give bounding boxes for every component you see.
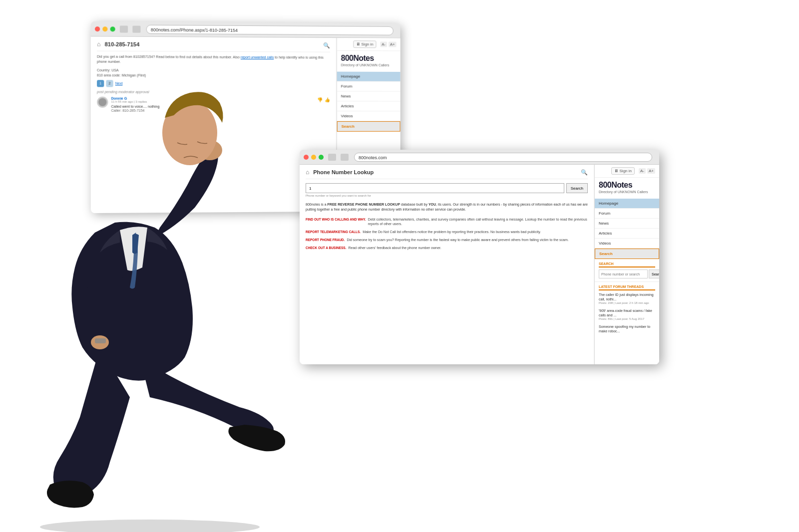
latest-threads: Latest Forum Threads The caller ID just … bbox=[595, 282, 659, 339]
feature-item-2: Report phone fraud. Did someone try to s… bbox=[306, 238, 588, 243]
feature-desc-1: Make the Do Not Call list offenders noti… bbox=[363, 230, 541, 235]
close-btn-1[interactable] bbox=[95, 26, 100, 31]
feature-item-1: Report telemarketing calls. Make the Do … bbox=[306, 230, 588, 235]
sidebar-search-box: Search Search bbox=[595, 259, 659, 282]
nav-news-1[interactable]: News bbox=[337, 91, 400, 101]
font-minus-2[interactable]: A- bbox=[639, 168, 646, 174]
nav-homepage-1[interactable]: Homepage bbox=[337, 72, 400, 82]
site-subtitle-1: Directory of UNKNOWN Callers bbox=[341, 63, 397, 67]
thread-item-1[interactable]: '909' area-code fraud scams / fake calls… bbox=[599, 308, 655, 321]
feature-desc-0: Debt collectors, telemarketers, charitie… bbox=[368, 217, 588, 227]
page-header-2: ⌂ Phone Number Lookup 🔍 bbox=[306, 169, 588, 179]
search-form-2: Search bbox=[306, 183, 588, 193]
nav-forum-1[interactable]: Forum bbox=[337, 81, 400, 91]
home-icon-1[interactable]: ⌂ bbox=[97, 40, 100, 47]
signin-button-1[interactable]: 🖥 Sign in bbox=[353, 40, 377, 48]
nav-homepage-2[interactable]: Homepage bbox=[595, 199, 659, 209]
svg-rect-4 bbox=[95, 338, 106, 343]
nav-menu-2: Homepage Forum News Articles Videos Sear… bbox=[595, 199, 659, 259]
feature-desc-3: Read other users' feedback about the pho… bbox=[349, 246, 441, 251]
search-input-2[interactable] bbox=[306, 183, 564, 193]
address-bar-2[interactable]: 800notes.com bbox=[354, 153, 652, 162]
signin-button-2[interactable]: 🖥 Sign in bbox=[611, 167, 635, 175]
nav-articles-1[interactable]: Articles bbox=[337, 101, 400, 111]
browser-content-2: ⌂ Phone Number Lookup 🔍 Search Phone num… bbox=[300, 165, 659, 364]
font-plus-2[interactable]: A+ bbox=[647, 168, 655, 174]
page-header-1: ⌂ 810-285-7154 🔍 bbox=[97, 40, 330, 52]
nav-videos-1[interactable]: Videos bbox=[337, 111, 400, 121]
feature-desc-2: Did someone try to scam you? Reporting t… bbox=[347, 238, 568, 243]
font-controls-2: A- A+ bbox=[639, 168, 655, 174]
maximize-btn-1[interactable] bbox=[110, 26, 115, 31]
site-title-2[interactable]: 800Notes bbox=[599, 181, 655, 190]
address-bar-1[interactable]: 800notes.com/Phone.aspx/1-810-285-7154 bbox=[146, 24, 394, 35]
search-icon-2[interactable]: 🔍 bbox=[581, 169, 588, 176]
browser-chrome-1: 800notes.com/Phone.aspx/1-810-285-7154 bbox=[91, 21, 400, 38]
back-btn-1[interactable] bbox=[120, 25, 128, 32]
content-left-2: ⌂ Phone Number Lookup 🔍 Search Phone num… bbox=[300, 165, 594, 364]
svg-point-0 bbox=[40, 520, 260, 532]
maximize-btn-2[interactable] bbox=[319, 155, 324, 160]
sidebar-2: 🖥 Sign in A- A+ 800Notes Directory of UN… bbox=[594, 165, 659, 364]
feature-item-0: Find out who is calling and why. Debt co… bbox=[306, 217, 588, 227]
minimize-btn-2[interactable] bbox=[311, 155, 316, 160]
feature-item-3: Check out a business. Read other users' … bbox=[306, 246, 588, 251]
nav-search-2[interactable]: Search bbox=[595, 249, 659, 259]
sidebar-topbar-2: 🖥 Sign in A- A+ bbox=[595, 165, 659, 178]
monitor-icon: 🖥 bbox=[356, 42, 360, 46]
feature-label-2: Report phone fraud. bbox=[306, 238, 345, 243]
monitor-icon-2: 🖥 bbox=[614, 169, 618, 173]
vote-controls-1: 👎 👍 bbox=[317, 97, 330, 102]
site-subtitle-2: Directory of UNKNOWN Callers bbox=[599, 190, 655, 194]
person-illustration bbox=[0, 58, 300, 532]
thumbs-up-icon[interactable]: 👍 bbox=[325, 97, 330, 102]
site-branding-1: 800Notes Directory of UNKNOWN Callers bbox=[337, 51, 400, 70]
sidebar-topbar-1: 🖥 Sign in A- A+ bbox=[337, 38, 400, 51]
latest-threads-label: Latest Forum Threads bbox=[599, 285, 655, 290]
back-btn-2[interactable] bbox=[328, 154, 336, 161]
font-controls-1: A- A+ bbox=[380, 41, 396, 47]
search-button-2[interactable]: Search bbox=[566, 183, 588, 193]
thumbs-down-icon[interactable]: 👎 bbox=[317, 97, 323, 102]
nav-articles-2[interactable]: Articles bbox=[595, 229, 659, 239]
site-desc-2: 800notes is a FREE REVERSE PHONE NUMBER … bbox=[306, 202, 588, 212]
search-icon-1[interactable]: 🔍 bbox=[323, 42, 330, 48]
thread-item-2[interactable]: Someone spoofing my number to make roboc… bbox=[599, 324, 655, 333]
nav-news-2[interactable]: News bbox=[595, 219, 659, 229]
home-icon-2[interactable]: ⌂ bbox=[306, 169, 309, 176]
site-title-1[interactable]: 800Notes bbox=[341, 54, 397, 63]
minimize-btn-1[interactable] bbox=[102, 26, 107, 31]
nav-forum-2[interactable]: Forum bbox=[595, 209, 659, 219]
browser-chrome-2: 800notes.com bbox=[300, 150, 659, 165]
nav-search-1[interactable]: Search bbox=[337, 121, 400, 132]
site-branding-2: 800Notes Directory of UNKNOWN Callers bbox=[595, 178, 659, 197]
sidebar-search-input[interactable] bbox=[599, 269, 648, 278]
close-btn-2[interactable] bbox=[304, 155, 309, 160]
thread-item-0[interactable]: The caller ID just displays incoming cal… bbox=[599, 292, 655, 305]
nav-menu-1: Homepage Forum News Articles Videos Sear… bbox=[337, 72, 400, 132]
sidebar-search-button[interactable]: Search bbox=[649, 269, 659, 278]
page-title-2: Phone Number Lookup bbox=[313, 169, 374, 175]
forward-btn-2[interactable] bbox=[341, 154, 349, 161]
font-plus-1[interactable]: A+ bbox=[389, 42, 397, 47]
search-hint-2: Phone number or keyword you want to sear… bbox=[306, 194, 588, 197]
nav-videos-2[interactable]: Videos bbox=[595, 239, 659, 249]
forward-btn-1[interactable] bbox=[132, 25, 140, 32]
feature-list-2: Find out who is calling and why. Debt co… bbox=[306, 217, 588, 251]
feature-label-0: Find out who is calling and why. bbox=[306, 217, 366, 227]
sidebar-search-form: Search bbox=[599, 269, 655, 278]
sidebar-search-label: Search bbox=[599, 262, 655, 267]
page-title-1: 810-285-7154 bbox=[105, 41, 140, 47]
feature-label-3: Check out a business. bbox=[306, 246, 347, 251]
feature-label-1: Report telemarketing calls. bbox=[306, 230, 361, 235]
font-minus-1[interactable]: A- bbox=[380, 41, 387, 47]
browser-window-2: 800notes.com ⌂ Phone Number Lookup 🔍 Sea… bbox=[300, 150, 659, 364]
